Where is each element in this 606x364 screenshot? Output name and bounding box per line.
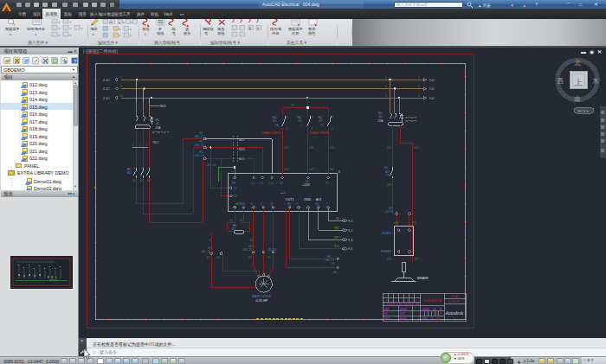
svg-text:432: 432 <box>309 146 314 150</box>
svg-text:▾: ▾ <box>131 21 132 24</box>
svg-text:43: 43 <box>240 219 243 222</box>
svg-text:WCS ▾: WCS ▾ <box>577 109 588 113</box>
svg-text:HC: HC <box>327 255 332 259</box>
svg-text:424: 424 <box>394 221 399 225</box>
svg-text:箭头: 箭头 <box>184 31 191 35</box>
svg-text:32: 32 <box>140 179 144 182</box>
svg-text:▬0: ▬0 <box>281 191 286 195</box>
svg-text:回路编译器: 回路编译器 <box>27 27 45 31</box>
svg-text:-A2: -A2 <box>384 170 389 174</box>
svg-text:RED: RED <box>239 148 246 151</box>
svg-text:▾: ▾ <box>81 27 83 30</box>
svg-text:✕: ✕ <box>597 49 602 54</box>
svg-text:9.5: 9.5 <box>348 246 353 251</box>
svg-text:4: 4 <box>287 127 288 131</box>
svg-text:□3: □3 <box>147 167 151 170</box>
svg-text:421: 421 <box>387 146 392 150</box>
svg-text:+NC-13: +NC-13 <box>201 250 211 253</box>
svg-text:442: 442 <box>309 168 314 171</box>
svg-text:WD3: WD3 <box>160 105 166 108</box>
svg-text:L3: L3 <box>270 182 274 185</box>
svg-text:北: 北 <box>575 59 582 67</box>
svg-text:973: 973 <box>334 227 339 230</box>
svg-text:HC: HC <box>273 116 277 119</box>
svg-text:18: 18 <box>291 104 294 107</box>
svg-text:2.4□: 2.4□ <box>103 78 111 82</box>
svg-text:88: 88 <box>436 317 440 321</box>
svg-text:BRAKE: BRAKE <box>417 277 429 280</box>
svg-text:K: K <box>338 170 341 174</box>
svg-text:5: 5 <box>385 85 387 88</box>
svg-text:GND: GND <box>304 198 312 201</box>
svg-text:8888: 8888 <box>400 317 407 321</box>
svg-text:+N-BR1: +N-BR1 <box>381 232 391 235</box>
svg-text:47: 47 <box>268 256 271 259</box>
svg-text:编辑: 编辑 <box>90 27 97 31</box>
svg-text:5: 5 <box>385 94 387 98</box>
svg-text:5: 5 <box>121 85 123 88</box>
svg-text:▾: ▾ <box>59 21 61 24</box>
svg-text:8: 8 <box>431 317 433 321</box>
svg-text:a~¬ a~¬: a~¬ a~¬ <box>406 119 416 123</box>
svg-text:T: T <box>296 202 298 206</box>
svg-text:BLK: BLK <box>239 138 245 142</box>
svg-text:+NC-13: +NC-13 <box>194 154 204 157</box>
svg-text:向导: 向导 <box>292 31 299 35</box>
svg-text:0.25 HP: 0.25 HP <box>256 299 268 303</box>
svg-text:45: 45 <box>248 256 252 259</box>
svg-text:T1: T1 <box>234 187 237 190</box>
svg-text:25A: 25A <box>378 119 384 123</box>
svg-text:×: × <box>111 21 113 24</box>
svg-text:PE: PE <box>232 182 236 185</box>
svg-text:▾: ▾ <box>70 34 72 37</box>
svg-text:5: 5 <box>418 76 420 80</box>
svg-text:+24V: +24V <box>302 183 310 187</box>
svg-text:HC: HC <box>389 207 393 210</box>
svg-text:P: P <box>312 116 313 119</box>
svg-text:+NC-01: +NC-01 <box>206 163 216 167</box>
svg-text:-M1: -M1 <box>126 171 132 175</box>
svg-text:8888: 8888 <box>422 308 429 311</box>
svg-text:母线: 母线 <box>157 31 164 35</box>
svg-text:MAIN DRIVE: MAIN DRIVE <box>310 131 330 135</box>
svg-text:导线: 导线 <box>217 31 225 35</box>
svg-text:▾: ▾ <box>59 34 61 37</box>
svg-text:888: 888 <box>384 317 390 321</box>
svg-text:46: 46 <box>216 256 220 259</box>
svg-text:U: U <box>251 202 254 206</box>
svg-text:5.0: 5.0 <box>429 96 435 100</box>
svg-text:4: 4 <box>332 127 333 131</box>
svg-text:+N-S2: +N-S2 <box>385 210 394 214</box>
svg-text:西: 西 <box>558 77 564 85</box>
svg-text:2: 2 <box>132 144 134 147</box>
svg-text:HC: HC <box>199 150 203 154</box>
svg-text:973: 973 <box>334 245 339 248</box>
svg-text:日期:册: 日期:册 <box>448 299 460 303</box>
svg-text:-A2: -A2 <box>378 115 383 118</box>
svg-text:HC: HC <box>208 246 212 250</box>
svg-text:▾: ▾ <box>35 33 37 36</box>
svg-text:I4: I4 <box>280 182 282 185</box>
svg-text:5.0: 5.0 <box>429 78 435 82</box>
svg-text:8 8888 888 88888 88: 8 8888 888 88888 88 <box>384 303 419 306</box>
svg-text:▾: ▾ <box>70 27 72 30</box>
svg-text:▾: ▾ <box>119 34 121 37</box>
svg-text:HC: HC <box>199 140 203 144</box>
svg-text:▾: ▾ <box>59 27 61 30</box>
svg-text:-K5: -K5 <box>273 119 277 123</box>
svg-text:5: 5 <box>418 85 420 88</box>
svg-text:▾: ▾ <box>10 33 11 36</box>
svg-text:8888: 8888 <box>400 308 407 311</box>
svg-text:425: 425 <box>412 221 417 225</box>
svg-text:24: 24 <box>306 180 309 183</box>
svg-text:431: 431 <box>284 146 289 150</box>
svg-text:I1: I1 <box>326 182 328 185</box>
svg-text:2: 2 <box>139 144 141 147</box>
svg-text:+NC-11: +NC-11 <box>194 135 204 138</box>
svg-text:HC: HC <box>249 245 254 248</box>
svg-text:8: 8 <box>440 308 442 311</box>
svg-text:441: 441 <box>284 168 289 171</box>
svg-text:HC: HC <box>319 116 323 119</box>
svg-text:5: 5 <box>385 76 387 80</box>
svg-text:HC: HC <box>199 131 203 135</box>
